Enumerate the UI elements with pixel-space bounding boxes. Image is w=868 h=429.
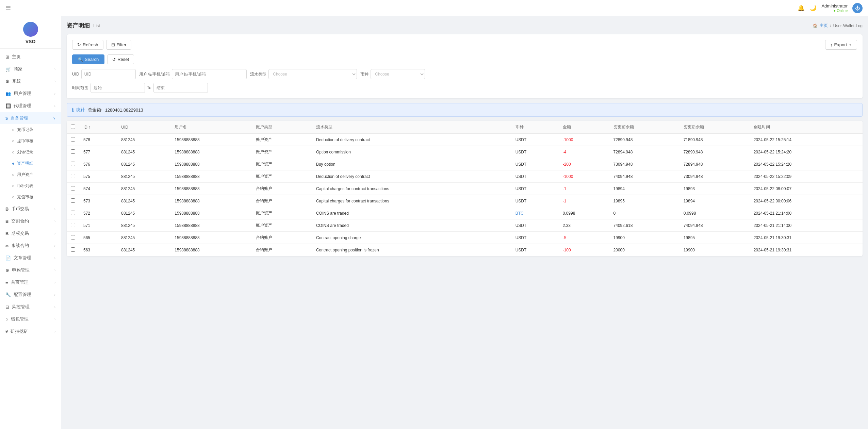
cell-id: 578 — [79, 134, 117, 146]
time-to-input[interactable] — [153, 83, 208, 93]
page-header: 资产明细 List 🏠 主页 / User-Wallet-Log — [67, 22, 863, 30]
cell-account-type: 合约账户 — [252, 244, 312, 256]
home-icon: ⊞ — [5, 54, 9, 60]
row-checkbox[interactable] — [71, 174, 75, 178]
moon-icon[interactable]: 🌙 — [809, 4, 817, 12]
col-flow-type: 流水类型 — [312, 121, 511, 134]
cell-created-at: 2024-05-21 21:14:00 — [750, 207, 863, 219]
row-checkbox[interactable] — [71, 149, 75, 154]
sidebar-item-contract[interactable]: B 交割合约 › — [0, 215, 61, 227]
sidebar-item-perpetual[interactable]: ∞ 永续合约 › — [0, 240, 61, 252]
search-button[interactable]: 🔍 Search — [72, 54, 104, 64]
agent-mgmt-icon: 🔲 — [5, 103, 11, 109]
row-checkbox[interactable] — [71, 247, 75, 252]
col-uid: UID — [117, 121, 170, 134]
power-button[interactable]: ⏻ — [852, 3, 863, 13]
username-input[interactable] — [172, 69, 247, 79]
refresh-button[interactable]: ↻ Refresh — [72, 40, 103, 50]
reset-icon: ↺ — [112, 57, 116, 62]
sidebar-item-home[interactable]: ⊞ 主页 — [0, 51, 61, 63]
row-checkbox[interactable] — [71, 211, 75, 215]
sidebar-item-finance[interactable]: $ 财务管理 ∨ — [0, 112, 61, 124]
logo-text: VSO — [26, 39, 36, 44]
sidebar-item-config[interactable]: 🔧 配置管理 › — [0, 288, 61, 301]
chevron-right-icon: › — [54, 92, 55, 96]
apply-icon: ⊕ — [5, 268, 9, 273]
export-button[interactable]: ↑ Export ▼ — [825, 40, 857, 50]
sidebar-item-wallet[interactable]: ○ 钱包管理 › — [0, 313, 61, 325]
reset-button[interactable]: ↺ Reset — [107, 54, 134, 64]
cell-amount: -1000 — [559, 134, 609, 146]
cell-amount: -1 — [559, 183, 609, 195]
cell-after-balance: 74094.948 — [679, 219, 750, 232]
submenu-charge-audit[interactable]: 充值审核 — [0, 192, 61, 203]
cell-flow-type: Buy option — [312, 158, 511, 170]
submenu-coin-list[interactable]: 币种列表 — [0, 180, 61, 192]
sidebar-item-risk[interactable]: ⊟ 风控管理 › — [0, 301, 61, 313]
filter-button[interactable]: ⊟ Filter — [106, 40, 132, 50]
row-checkbox[interactable] — [71, 198, 75, 203]
chevron-right-icon: › — [54, 207, 55, 211]
cell-id: 575 — [79, 170, 117, 183]
table-row: 575 881245 15988888888 账户资产 Deduction of… — [67, 170, 863, 183]
page-subtitle: List — [93, 23, 100, 28]
sidebar-item-mining[interactable]: ¥ 矿持挖矿 › — [0, 325, 61, 337]
sidebar-item-user-mgmt[interactable]: 👥 用户管理 › — [0, 87, 61, 100]
system-icon: ⚙ — [5, 79, 10, 84]
cell-amount: -1000 — [559, 170, 609, 183]
sidebar-item-currency[interactable]: B 币币交易 › — [0, 203, 61, 215]
active-dot-icon — [12, 163, 14, 165]
chevron-right-icon: › — [54, 281, 55, 284]
perpetual-icon: ∞ — [5, 243, 9, 248]
breadcrumb-home-link[interactable]: 主页 — [820, 23, 828, 29]
sidebar-item-system[interactable]: ⚙ 系统 › — [0, 75, 61, 87]
submenu-user-assets[interactable]: 用户资产 — [0, 169, 61, 180]
cell-after-balance: 19893 — [679, 183, 750, 195]
stats-amount-label: 总金额: — [88, 107, 102, 113]
sidebar-item-futures[interactable]: B 期权交易 › — [0, 227, 61, 240]
cell-before-balance: 73094.948 — [609, 158, 679, 170]
cell-after-balance: 19900 — [679, 244, 750, 256]
cell-coin: USDT — [511, 158, 559, 170]
row-checkbox[interactable] — [71, 137, 75, 142]
chevron-right-icon: › — [54, 67, 55, 71]
cell-id: 572 — [79, 207, 117, 219]
cell-username: 15988888888 — [170, 170, 252, 183]
sidebar-item-apply[interactable]: ⊕ 申购管理 › — [0, 264, 61, 276]
row-checkbox[interactable] — [71, 186, 75, 191]
time-from-input[interactable] — [91, 83, 145, 93]
table-row: 576 881245 15988888888 账户资产 Buy option U… — [67, 158, 863, 170]
submenu-recharge-log[interactable]: 充币记录 — [0, 124, 61, 135]
wallet-icon: ○ — [5, 317, 8, 322]
cell-before-balance: 0 — [609, 207, 679, 219]
table-row: 563 881245 15988888888 合约账户 Contract ope… — [67, 244, 863, 256]
cell-coin: USDT — [511, 170, 559, 183]
cell-before-balance: 19894 — [609, 183, 679, 195]
bell-icon[interactable]: 🔔 — [798, 4, 805, 12]
sidebar-item-homepage[interactable]: ≡ 首页管理 › — [0, 276, 61, 288]
user-info[interactable]: Administrator ● Online — [821, 3, 848, 13]
flow-type-select[interactable]: Choose — [268, 69, 357, 79]
coin-select[interactable]: Choose — [371, 69, 425, 79]
submenu-transfer-log[interactable]: 划转记录 — [0, 147, 61, 158]
uid-input[interactable] — [81, 69, 136, 79]
col-amount: 金额 — [559, 121, 609, 134]
cell-username: 15988888888 — [170, 207, 252, 219]
chevron-right-icon: › — [54, 244, 55, 248]
sidebar-item-agent-mgmt[interactable]: 🔲 代理管理 › — [0, 100, 61, 112]
sidebar-item-article[interactable]: 📄 文章管理 › — [0, 252, 61, 264]
table-row: 574 881245 15988888888 合约账户 Capital char… — [67, 183, 863, 195]
sidebar-item-merchant[interactable]: 🛒 商家 › — [0, 63, 61, 75]
select-all-checkbox[interactable] — [71, 125, 75, 129]
uid-label: UID — [72, 72, 79, 77]
flow-type-label: 流水类型 — [250, 71, 266, 77]
submenu-withdraw-audit[interactable]: 提币审核 — [0, 135, 61, 147]
toolbar: ↻ Refresh ⊟ Filter ↑ Export ▼ — [72, 40, 857, 50]
row-checkbox[interactable] — [71, 235, 75, 240]
cell-coin: USDT — [511, 146, 559, 158]
hamburger-btn[interactable]: ☰ — [5, 4, 11, 12]
submenu-asset-detail[interactable]: 资产明细 — [0, 158, 61, 169]
cell-after-balance: 19894 — [679, 195, 750, 207]
row-checkbox[interactable] — [71, 162, 75, 166]
row-checkbox[interactable] — [71, 223, 75, 227]
